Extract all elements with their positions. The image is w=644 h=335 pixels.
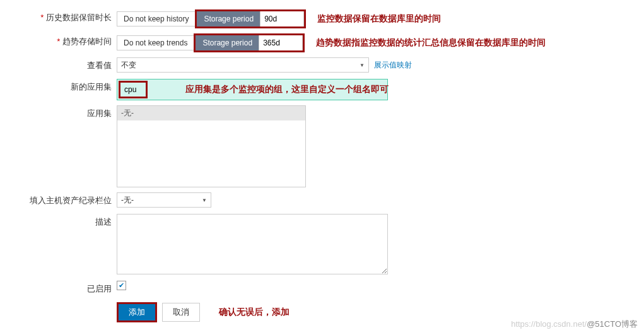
watermark-author: @51CTO博客	[587, 319, 638, 329]
history-highlight-box: Storage period	[195, 9, 306, 28]
watermark: https://blog.csdn.net/@51CTO博客	[511, 319, 638, 330]
history-field: Do not keep history Storage period 监控数据保…	[117, 9, 441, 28]
description-textarea[interactable]	[117, 214, 388, 274]
show-value-mapping-link[interactable]: 展示值映射	[374, 60, 412, 71]
history-value-input[interactable]	[260, 11, 304, 26]
history-label: 历史数据保留时长	[0, 9, 117, 23]
new-app-row: 新的应用集 应用集是多个监控项的组，这里自定义一个组名即可	[0, 79, 644, 100]
enabled-label: 已启用	[0, 281, 117, 295]
history-no-keep-button[interactable]: Do not keep history	[117, 11, 195, 26]
description-label: 描述	[0, 214, 117, 228]
app-set-none-item[interactable]: -无-	[117, 106, 305, 120]
view-value-field: 不变 展示值映射	[117, 57, 412, 73]
trends-field: Do not keep trends Storage period 趋势数据指监…	[117, 33, 546, 52]
view-value-select[interactable]: 不变	[117, 57, 369, 73]
submit-annotation: 确认无误后，添加	[219, 307, 290, 318]
buttons-spacer	[0, 302, 117, 305]
trends-row: 趋势存储时间 Do not keep trends Storage period…	[0, 33, 644, 52]
view-value-row: 查看值 不变 展示值映射	[0, 57, 644, 74]
host-inventory-field: -无-	[117, 192, 211, 208]
trends-value-input[interactable]	[259, 35, 303, 50]
history-storage-period-button[interactable]: Storage period	[197, 11, 261, 26]
history-annotation: 监控数据保留在数据库里的时间	[317, 13, 441, 25]
new-app-input[interactable]	[119, 81, 148, 98]
description-row: 描述	[0, 214, 644, 274]
trends-annotation: 趋势数据指监控数据的统计汇总信息保留在数据库里的时间	[316, 37, 546, 49]
watermark-url: https://blog.csdn.net/	[511, 319, 587, 329]
view-value-label: 查看值	[0, 57, 117, 71]
trends-storage-period-button[interactable]: Storage period	[196, 35, 259, 50]
submit-button[interactable]: 添加	[117, 302, 157, 322]
app-set-label: 应用集	[0, 105, 117, 119]
trends-label: 趋势存储时间	[0, 33, 117, 47]
new-app-field: 应用集是多个监控项的组，这里自定义一个组名即可	[117, 79, 388, 100]
description-field	[117, 214, 388, 274]
new-app-label: 新的应用集	[0, 79, 117, 93]
app-set-listbox[interactable]: -无-	[117, 105, 306, 187]
new-app-annotation: 应用集是多个监控项的组，这里自定义一个组名即可	[185, 84, 389, 95]
enabled-checkbox[interactable]: ✔	[117, 281, 126, 290]
app-set-row: 应用集 -无-	[0, 105, 644, 187]
cancel-button[interactable]: 取消	[162, 303, 200, 322]
history-row: 历史数据保留时长 Do not keep history Storage per…	[0, 9, 644, 28]
app-set-field: -无-	[117, 105, 306, 187]
view-value-selected: 不变	[121, 60, 136, 71]
trends-no-keep-button[interactable]: Do not keep trends	[117, 35, 194, 50]
enabled-field: ✔	[117, 281, 126, 290]
enabled-row: 已启用 ✔	[0, 281, 644, 297]
host-inventory-label: 填入主机资产纪录栏位	[0, 192, 117, 206]
host-inventory-select[interactable]: -无-	[117, 192, 211, 208]
trends-highlight-box: Storage period	[194, 33, 305, 52]
buttons-field: 添加 取消 确认无误后，添加	[117, 302, 290, 322]
host-inventory-row: 填入主机资产纪录栏位 -无-	[0, 192, 644, 209]
host-inventory-selected: -无-	[121, 195, 134, 206]
